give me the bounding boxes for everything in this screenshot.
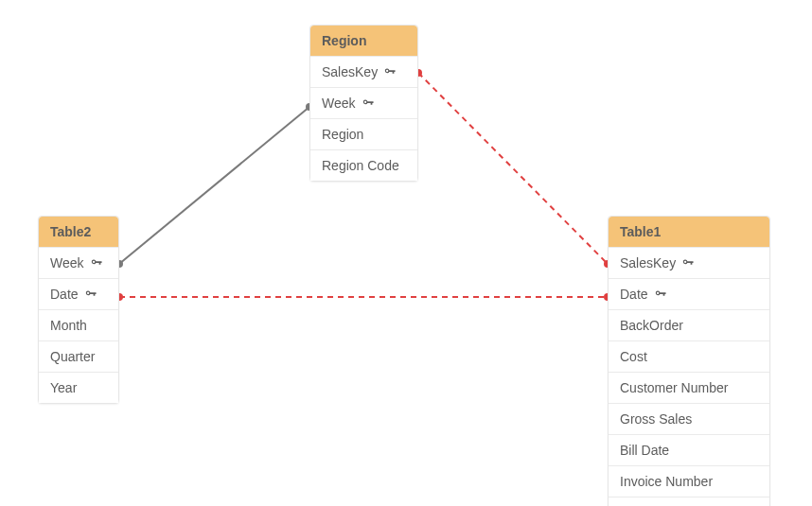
field-name: Region Code xyxy=(322,158,399,173)
field-row[interactable]: Region Code xyxy=(310,149,417,181)
table-table2[interactable]: Table2 Week Date Month Quarter Year xyxy=(38,216,119,404)
field-name: Month xyxy=(50,318,87,333)
field-row[interactable]: Date xyxy=(39,278,118,309)
table-header[interactable]: Table2 xyxy=(39,217,118,247)
field-row[interactable]: Invoice Number xyxy=(609,465,769,497)
field-name: SalesKey xyxy=(620,255,676,270)
field-row[interactable]: Quarter xyxy=(39,340,118,372)
key-icon xyxy=(84,288,97,301)
field-row[interactable]: Item Description xyxy=(609,497,769,506)
field-name: Bill Date xyxy=(620,443,669,458)
field-row[interactable]: Region xyxy=(310,118,417,149)
field-name: Gross Sales xyxy=(620,411,692,427)
table-header[interactable]: Table1 xyxy=(609,217,769,247)
field-name: Year xyxy=(50,380,77,395)
field-row[interactable]: Date xyxy=(609,278,769,309)
field-row[interactable]: BackOrder xyxy=(609,309,769,340)
field-name: SalesKey xyxy=(322,64,378,79)
field-name: Cost xyxy=(620,349,647,364)
svg-line-0 xyxy=(119,107,309,264)
field-name: Invoice Number xyxy=(620,474,713,489)
field-name: Week xyxy=(322,96,356,111)
field-name: Region xyxy=(322,127,363,142)
table-table1[interactable]: Table1 SalesKey Date BackOrder Cost Cust… xyxy=(608,216,770,506)
field-row[interactable]: Year xyxy=(39,372,118,403)
key-icon xyxy=(681,256,695,270)
field-name: Week xyxy=(50,255,84,270)
field-row[interactable]: Week xyxy=(39,247,118,278)
field-name: Quarter xyxy=(50,349,95,364)
key-icon xyxy=(362,96,375,110)
diagram-canvas: Region SalesKey Week Region Region Code … xyxy=(0,0,812,506)
field-name: Date xyxy=(620,287,648,302)
field-row[interactable]: Bill Date xyxy=(609,434,769,465)
key-icon xyxy=(654,288,667,301)
table-header[interactable]: Region xyxy=(310,26,417,56)
field-row[interactable]: Month xyxy=(39,309,118,340)
field-name: Customer Number xyxy=(620,380,728,395)
field-row[interactable]: Week xyxy=(310,87,417,118)
field-name: Date xyxy=(50,287,79,302)
key-icon xyxy=(383,65,397,79)
field-row[interactable]: SalesKey xyxy=(609,247,769,278)
field-name: BackOrder xyxy=(620,318,683,333)
field-row[interactable]: Customer Number xyxy=(609,372,769,403)
field-row[interactable]: Cost xyxy=(609,340,769,372)
field-row[interactable]: SalesKey xyxy=(310,56,417,87)
field-row[interactable]: Gross Sales xyxy=(609,403,769,434)
table-region[interactable]: Region SalesKey Week Region Region Code xyxy=(309,25,418,182)
svg-line-3 xyxy=(418,73,608,264)
key-icon xyxy=(90,256,103,270)
